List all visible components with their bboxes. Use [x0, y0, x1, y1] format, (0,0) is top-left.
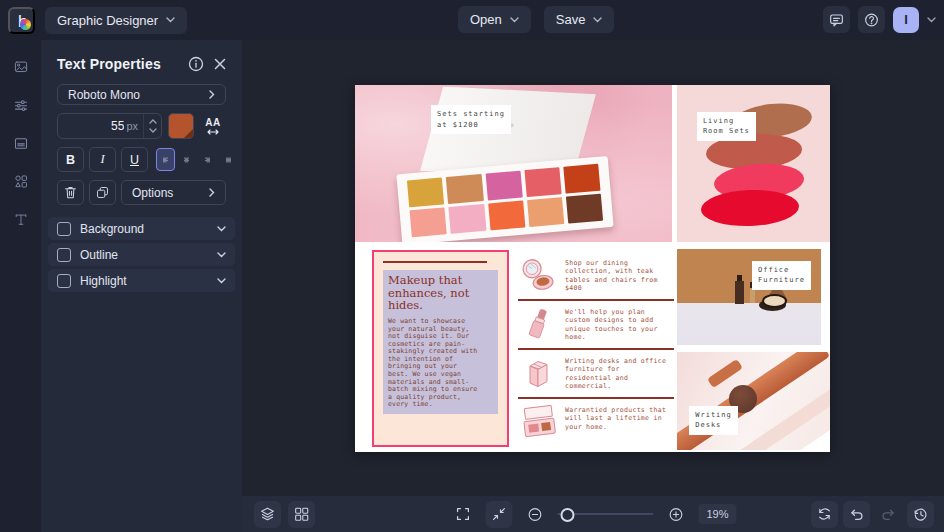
- zoom-out-button[interactable]: [521, 501, 548, 528]
- canvas-toolbar: 19%: [242, 496, 944, 532]
- reset-button[interactable]: [811, 501, 838, 528]
- canvas-text-office-furniture[interactable]: Office Furniture: [752, 261, 811, 290]
- rail-item-templates[interactable]: [8, 130, 34, 156]
- letter-spacing-button[interactable]: AA: [200, 113, 226, 139]
- open-label: Open: [470, 12, 502, 27]
- feature-row[interactable]: We'll help you plan custom designs to ad…: [518, 299, 674, 348]
- open-button[interactable]: Open: [458, 6, 531, 33]
- delete-button[interactable]: [57, 180, 84, 205]
- zoom-slider[interactable]: [557, 508, 653, 521]
- canvas-image-eyeshadow-palette[interactable]: Sets starting at $1200: [355, 85, 672, 242]
- design-canvas[interactable]: Sets starting at $1200 Living Room Sets …: [355, 85, 830, 452]
- align-left-button[interactable]: [156, 148, 175, 171]
- chevron-down-icon: [166, 17, 175, 23]
- feature-row[interactable]: Warrantied products that will last a lif…: [518, 397, 674, 446]
- close-panel-button[interactable]: [214, 58, 226, 70]
- letter-spacing-label: AA: [205, 118, 220, 128]
- align-justify-icon: [226, 153, 231, 167]
- feature-row[interactable]: Writing desks and office furniture for r…: [518, 348, 674, 397]
- layers-button[interactable]: [254, 501, 281, 528]
- avatar[interactable]: I: [893, 7, 919, 33]
- highlight-checkbox[interactable]: [57, 274, 71, 288]
- close-icon: [214, 58, 226, 70]
- undo-button[interactable]: [843, 501, 870, 528]
- canvas-image-rose-gold-products[interactable]: Writing Desks: [677, 352, 830, 450]
- canvas-text-sets-price[interactable]: Sets starting at $1200: [431, 105, 511, 134]
- palette-swatch: [486, 171, 523, 201]
- options-button[interactable]: Options: [121, 180, 226, 205]
- canvas-text-living-room-sets[interactable]: Living Room Sets: [697, 112, 756, 141]
- chevron-down-icon: [217, 226, 226, 232]
- highlight-toggle-row[interactable]: Highlight: [48, 269, 235, 292]
- save-label: Save: [556, 12, 586, 27]
- duplicate-button[interactable]: [89, 180, 116, 205]
- trash-icon: [64, 184, 77, 201]
- font-family-selector[interactable]: Roboto Mono: [57, 84, 226, 105]
- outline-label: Outline: [80, 248, 208, 262]
- canvas-text-writing-desks[interactable]: Writing Desks: [689, 406, 738, 435]
- chevron-down-icon: [149, 128, 157, 133]
- zoom-slider-knob[interactable]: [560, 508, 574, 522]
- rail-item-text[interactable]: [8, 206, 34, 232]
- fullscreen-button[interactable]: [449, 501, 476, 528]
- feedback-button[interactable]: [823, 6, 850, 33]
- alignment-group: [156, 148, 238, 171]
- chevron-right-icon: [209, 188, 215, 197]
- feature-text: Writing desks and office furniture for r…: [565, 357, 667, 391]
- outline-toggle-row[interactable]: Outline: [48, 243, 235, 266]
- align-center-button[interactable]: [177, 148, 196, 171]
- palette-swatch: [407, 177, 444, 207]
- text-tool-icon: [14, 210, 28, 229]
- rail-item-adjust[interactable]: [8, 92, 34, 118]
- background-checkbox[interactable]: [57, 222, 71, 236]
- zoom-in-button[interactable]: [662, 501, 689, 528]
- text-color-swatch[interactable]: [168, 113, 194, 139]
- feature-row[interactable]: Shop our dining collection, with teak ta…: [518, 252, 674, 299]
- history-clock-icon: [913, 505, 928, 523]
- align-justify-button[interactable]: [219, 148, 238, 171]
- highlight-label: Highlight: [80, 274, 208, 288]
- copper-band: [707, 359, 743, 388]
- fit-to-screen-icon: [491, 505, 506, 523]
- font-size-input[interactable]: [58, 114, 124, 138]
- pages-grid-button[interactable]: [288, 501, 315, 528]
- background-toggle-row[interactable]: Background: [48, 217, 235, 240]
- canvas-feature-list[interactable]: Shop our dining collection, with teak ta…: [518, 252, 674, 448]
- canvas-image-cosmetics-shelf[interactable]: Office Furniture: [677, 249, 821, 345]
- bold-button[interactable]: B: [57, 147, 84, 172]
- underline-button[interactable]: U: [121, 147, 148, 172]
- help-button[interactable]: [858, 6, 885, 33]
- font-size-stepper[interactable]: [143, 114, 161, 138]
- account-actions: I: [823, 6, 936, 33]
- info-icon: [188, 56, 204, 72]
- info-button[interactable]: [188, 56, 204, 72]
- mode-selector[interactable]: Graphic Designer: [45, 7, 187, 34]
- palette-swatch: [564, 164, 601, 194]
- logo-color-wheel-icon: [20, 19, 31, 30]
- canvas-image-swatch-blobs[interactable]: Living Room Sets: [677, 85, 830, 242]
- align-right-icon: [205, 153, 210, 167]
- align-center-icon: [184, 153, 189, 167]
- save-button[interactable]: Save: [544, 6, 615, 33]
- help-icon: [864, 11, 879, 29]
- redo-button[interactable]: [875, 501, 902, 528]
- canvas-text-block-selected[interactable]: Makeup that enhances, not hides. We want…: [372, 250, 509, 447]
- rail-item-graphics[interactable]: [8, 168, 34, 194]
- canvas-body-text[interactable]: We want to showcase your natural beauty,…: [388, 318, 480, 409]
- history-button[interactable]: [907, 501, 934, 528]
- rail-item-images[interactable]: [8, 54, 34, 80]
- app-logo[interactable]: b: [8, 7, 35, 34]
- options-label: Options: [132, 186, 173, 200]
- italic-button[interactable]: I: [89, 147, 116, 172]
- canvas-heading[interactable]: Makeup that enhances, not hides.: [388, 274, 493, 312]
- chevron-up-icon: [149, 119, 157, 124]
- divider-rule: [383, 261, 487, 263]
- palette-swatch: [446, 174, 483, 204]
- outline-checkbox[interactable]: [57, 248, 71, 262]
- layout-icon: [14, 134, 28, 153]
- align-right-button[interactable]: [198, 148, 217, 171]
- palette-swatch: [527, 197, 564, 227]
- account-menu-chevron[interactable]: [927, 17, 936, 23]
- zoom-level-badge[interactable]: 19%: [698, 504, 736, 524]
- fit-to-screen-button[interactable]: [485, 501, 512, 528]
